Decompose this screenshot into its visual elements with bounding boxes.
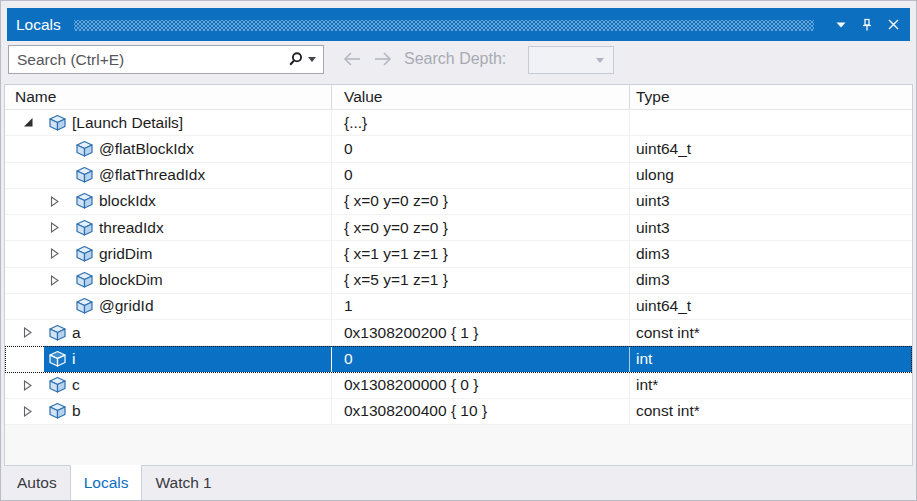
tool-window-tabstrip: AutosLocalsWatch 1 xyxy=(4,466,913,500)
titlebar-grip-texture xyxy=(74,20,814,31)
search-input[interactable] xyxy=(9,46,287,73)
name-cell: @flatBlockIdx xyxy=(5,136,332,161)
variable-type: const int* xyxy=(630,399,912,424)
variable-cube-icon xyxy=(74,296,95,316)
name-cell: blockDim xyxy=(5,268,332,293)
expander-icon[interactable] xyxy=(19,327,37,338)
variable-value: 0x1308200400 { 10 } xyxy=(332,399,630,424)
titlebar[interactable]: Locals xyxy=(7,8,910,41)
variable-type: uint64_t xyxy=(630,136,912,161)
search-back-button[interactable] xyxy=(341,50,363,68)
variable-cube-icon xyxy=(47,349,68,369)
variable-name: a xyxy=(72,324,81,342)
variable-name: c xyxy=(72,376,80,394)
variable-cube-icon xyxy=(47,323,68,343)
name-cell: blockIdx xyxy=(5,189,332,214)
variable-type: int xyxy=(630,346,912,371)
variable-value: { x=5 y=1 z=1 } xyxy=(332,268,630,293)
column-header-type[interactable]: Type xyxy=(630,85,912,109)
variable-name: blockDim xyxy=(99,271,163,289)
table-row[interactable]: gridDim{ x=1 y=1 z=1 }dim3 xyxy=(5,241,912,267)
window-title: Locals xyxy=(16,16,61,34)
variable-name: blockIdx xyxy=(99,192,156,210)
variable-name: threadIdx xyxy=(99,219,164,237)
variable-value: { x=0 y=0 z=0 } xyxy=(332,189,630,214)
expander-icon[interactable] xyxy=(46,275,64,286)
tab-watch-1[interactable]: Watch 1 xyxy=(142,466,224,500)
variable-cube-icon xyxy=(74,218,95,238)
close-icon[interactable] xyxy=(880,8,906,41)
name-cell: c xyxy=(5,373,332,398)
variable-value: 0 xyxy=(332,163,630,188)
variable-type: uint64_t xyxy=(630,294,912,319)
variable-value: 0x1308200000 { 0 } xyxy=(332,373,630,398)
search-box[interactable] xyxy=(8,45,324,74)
variable-cube-icon xyxy=(74,139,95,159)
variable-cube-icon xyxy=(47,401,68,421)
variable-value: { x=0 y=0 z=0 } xyxy=(332,215,630,240)
variable-cube-icon xyxy=(74,191,95,211)
column-header-value[interactable]: Value xyxy=(332,85,630,109)
search-icon[interactable] xyxy=(287,51,304,68)
variable-name: @flatThreadIdx xyxy=(99,166,205,184)
table-row[interactable]: @gridId1uint64_t xyxy=(5,294,912,320)
table-row[interactable]: a0x1308200200 { 1 }const int* xyxy=(5,320,912,346)
rows: [Launch Details]{...} @flatBlockIdx0uint… xyxy=(5,110,912,465)
name-cell: a xyxy=(5,320,332,345)
variable-cube-icon xyxy=(47,375,68,395)
search-toolbar: Search Depth: xyxy=(1,41,916,84)
variable-type: const int* xyxy=(630,320,912,345)
name-cell: i xyxy=(5,346,332,371)
name-cell: gridDim xyxy=(5,241,332,266)
variable-name: b xyxy=(72,402,81,420)
expander-icon[interactable] xyxy=(46,196,64,207)
pin-icon[interactable] xyxy=(854,8,880,41)
name-cell: @gridId xyxy=(5,294,332,319)
expander-icon[interactable] xyxy=(19,380,37,391)
variable-name: [Launch Details] xyxy=(72,114,183,132)
table-row[interactable]: threadIdx{ x=0 y=0 z=0 }uint3 xyxy=(5,215,912,241)
variable-value: 0 xyxy=(332,346,630,371)
search-options-chevron-icon[interactable] xyxy=(308,57,316,62)
search-forward-button[interactable] xyxy=(372,50,394,68)
variable-type: uint3 xyxy=(630,189,912,214)
name-cell: threadIdx xyxy=(5,215,332,240)
variable-value: 0 xyxy=(332,136,630,161)
variables-grid: Name Value Type [Launch Details]{...} @f… xyxy=(4,84,913,466)
expander-icon[interactable] xyxy=(19,406,37,417)
tab-locals[interactable]: Locals xyxy=(70,465,143,500)
table-row[interactable]: @flatThreadIdx0ulong xyxy=(5,163,912,189)
table-row[interactable]: b0x1308200400 { 10 }const int* xyxy=(5,399,912,425)
table-row[interactable]: blockIdx{ x=0 y=0 z=0 }uint3 xyxy=(5,189,912,215)
expander-icon[interactable] xyxy=(46,222,64,233)
name-cell: @flatThreadIdx xyxy=(5,163,332,188)
variable-name: @gridId xyxy=(99,297,154,315)
variable-type: int* xyxy=(630,373,912,398)
variable-type xyxy=(630,110,912,135)
search-depth-label: Search Depth: xyxy=(404,50,506,68)
table-row[interactable]: c0x1308200000 { 0 }int* xyxy=(5,373,912,399)
expander-icon[interactable] xyxy=(46,248,64,259)
variable-value: 0x1308200200 { 1 } xyxy=(332,320,630,345)
variable-cube-icon xyxy=(74,270,95,290)
variable-value: { x=1 y=1 z=1 } xyxy=(332,241,630,266)
chevron-down-icon xyxy=(596,58,604,63)
grid-header: Name Value Type xyxy=(5,85,912,110)
variable-value: 1 xyxy=(332,294,630,319)
table-row[interactable]: [Launch Details]{...} xyxy=(5,110,912,136)
tab-autos[interactable]: Autos xyxy=(4,466,70,500)
variable-name: i xyxy=(72,350,75,368)
window-position-icon[interactable] xyxy=(828,8,854,41)
locals-tool-window: Locals xyxy=(0,0,917,501)
variable-type: ulong xyxy=(630,163,912,188)
table-row[interactable]: i0int xyxy=(5,346,912,372)
variable-type: dim3 xyxy=(630,241,912,266)
variable-name: @flatBlockIdx xyxy=(99,140,194,158)
table-row[interactable]: @flatBlockIdx0uint64_t xyxy=(5,136,912,162)
expander-icon[interactable] xyxy=(19,117,37,128)
search-depth-select[interactable] xyxy=(528,46,614,74)
variable-type: dim3 xyxy=(630,268,912,293)
name-cell: b xyxy=(5,399,332,424)
table-row[interactable]: blockDim{ x=5 y=1 z=1 }dim3 xyxy=(5,268,912,294)
column-header-name[interactable]: Name xyxy=(5,85,332,109)
